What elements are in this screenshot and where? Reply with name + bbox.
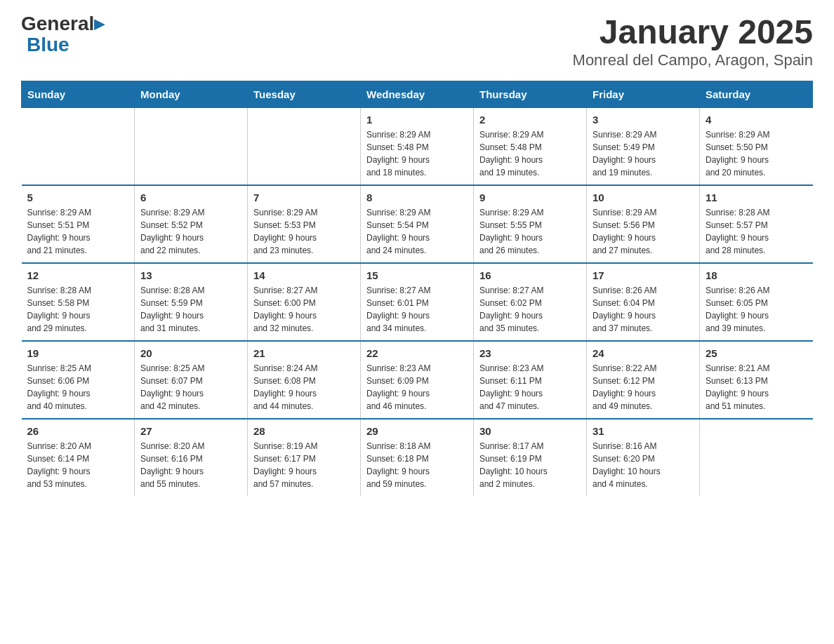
day-cell: 9Sunrise: 8:29 AM Sunset: 5:55 PM Daylig… [474,185,587,263]
day-cell: 29Sunrise: 8:18 AM Sunset: 6:18 PM Dayli… [361,419,474,496]
day-number: 17 [593,269,694,281]
day-info: Sunrise: 8:16 AM Sunset: 6:20 PM Dayligh… [593,440,694,490]
day-number: 30 [479,425,581,437]
day-info: Sunrise: 8:25 AM Sunset: 6:06 PM Dayligh… [27,362,129,412]
day-number: 26 [27,425,129,437]
day-number: 22 [366,347,468,359]
day-cell: 19Sunrise: 8:25 AM Sunset: 6:06 PM Dayli… [22,341,135,419]
day-number: 6 [140,192,241,203]
day-info: Sunrise: 8:29 AM Sunset: 5:54 PM Dayligh… [366,206,468,257]
day-number: 10 [593,192,694,203]
logo-general-text: General▸ [21,14,104,34]
day-info: Sunrise: 8:29 AM Sunset: 5:52 PM Dayligh… [140,206,241,257]
day-info: Sunrise: 8:26 AM Sunset: 6:04 PM Dayligh… [593,284,694,335]
header-cell-tuesday: Tuesday [248,81,361,107]
day-number: 21 [253,347,355,359]
day-cell [135,107,248,185]
day-cell: 14Sunrise: 8:27 AM Sunset: 6:00 PM Dayli… [248,263,361,341]
page-header: General▸ Blue January 2025 Monreal del C… [21,14,813,69]
day-number: 8 [366,192,468,203]
day-info: Sunrise: 8:28 AM Sunset: 5:57 PM Dayligh… [706,206,807,257]
day-cell: 23Sunrise: 8:23 AM Sunset: 6:11 PM Dayli… [474,341,587,419]
day-number: 9 [479,192,581,203]
day-info: Sunrise: 8:20 AM Sunset: 6:16 PM Dayligh… [140,440,241,490]
day-cell: 31Sunrise: 8:16 AM Sunset: 6:20 PM Dayli… [587,419,700,496]
day-cell: 25Sunrise: 8:21 AM Sunset: 6:13 PM Dayli… [700,341,813,419]
week-row-2: 5Sunrise: 8:29 AM Sunset: 5:51 PM Daylig… [22,185,813,263]
day-info: Sunrise: 8:17 AM Sunset: 6:19 PM Dayligh… [479,440,581,490]
day-number: 1 [366,114,468,126]
day-info: Sunrise: 8:20 AM Sunset: 6:14 PM Dayligh… [27,440,129,490]
day-number: 3 [593,114,694,126]
day-info: Sunrise: 8:25 AM Sunset: 6:07 PM Dayligh… [140,362,241,412]
day-info: Sunrise: 8:22 AM Sunset: 6:12 PM Dayligh… [593,362,694,412]
day-cell: 28Sunrise: 8:19 AM Sunset: 6:17 PM Dayli… [248,419,361,496]
header-cell-thursday: Thursday [474,81,587,107]
day-cell: 26Sunrise: 8:20 AM Sunset: 6:14 PM Dayli… [22,419,135,496]
day-number: 19 [27,347,129,359]
logo-general-triangle-inline: ▸ [94,13,104,34]
day-info: Sunrise: 8:29 AM Sunset: 5:48 PM Dayligh… [366,128,468,179]
day-cell: 18Sunrise: 8:26 AM Sunset: 6:05 PM Dayli… [700,263,813,341]
day-info: Sunrise: 8:21 AM Sunset: 6:13 PM Dayligh… [706,362,807,412]
week-row-4: 19Sunrise: 8:25 AM Sunset: 6:06 PM Dayli… [22,341,813,419]
day-info: Sunrise: 8:29 AM Sunset: 5:56 PM Dayligh… [593,206,694,257]
day-cell: 27Sunrise: 8:20 AM Sunset: 6:16 PM Dayli… [135,419,248,496]
day-number: 27 [140,425,241,437]
day-info: Sunrise: 8:28 AM Sunset: 5:59 PM Dayligh… [140,284,241,335]
day-cell: 8Sunrise: 8:29 AM Sunset: 5:54 PM Daylig… [361,185,474,263]
day-info: Sunrise: 8:23 AM Sunset: 6:09 PM Dayligh… [366,362,468,412]
day-info: Sunrise: 8:27 AM Sunset: 6:02 PM Dayligh… [479,284,581,335]
header-cell-friday: Friday [587,81,700,107]
day-number: 24 [593,347,694,359]
day-number: 5 [27,192,129,203]
header-cell-wednesday: Wednesday [361,81,474,107]
day-number: 23 [479,347,581,359]
day-cell [248,107,361,185]
day-number: 29 [366,425,468,437]
day-number: 25 [706,347,807,359]
day-number: 2 [479,114,581,126]
day-number: 20 [140,347,241,359]
day-cell [700,419,813,496]
day-info: Sunrise: 8:29 AM Sunset: 5:51 PM Dayligh… [27,206,129,257]
calendar-title: January 2025 [573,14,813,51]
title-block: January 2025 Monreal del Campo, Aragon, … [573,14,813,69]
day-info: Sunrise: 8:27 AM Sunset: 6:00 PM Dayligh… [253,284,355,335]
day-cell: 22Sunrise: 8:23 AM Sunset: 6:09 PM Dayli… [361,341,474,419]
day-number: 31 [593,425,694,437]
calendar-subtitle: Monreal del Campo, Aragon, Spain [573,51,813,69]
day-number: 16 [479,269,581,281]
day-cell: 3Sunrise: 8:29 AM Sunset: 5:49 PM Daylig… [587,107,700,185]
day-info: Sunrise: 8:23 AM Sunset: 6:11 PM Dayligh… [479,362,581,412]
calendar-table: SundayMondayTuesdayWednesdayThursdayFrid… [21,81,813,496]
day-cell: 4Sunrise: 8:29 AM Sunset: 5:50 PM Daylig… [700,107,813,185]
header-row: SundayMondayTuesdayWednesdayThursdayFrid… [22,81,813,107]
day-info: Sunrise: 8:29 AM Sunset: 5:55 PM Dayligh… [479,206,581,257]
day-cell: 21Sunrise: 8:24 AM Sunset: 6:08 PM Dayli… [248,341,361,419]
week-row-3: 12Sunrise: 8:28 AM Sunset: 5:58 PM Dayli… [22,263,813,341]
day-cell [22,107,135,185]
day-cell: 16Sunrise: 8:27 AM Sunset: 6:02 PM Dayli… [474,263,587,341]
day-info: Sunrise: 8:24 AM Sunset: 6:08 PM Dayligh… [253,362,355,412]
logo: General▸ Blue [21,14,104,55]
day-number: 14 [253,269,355,281]
header-cell-sunday: Sunday [22,81,135,107]
day-cell: 11Sunrise: 8:28 AM Sunset: 5:57 PM Dayli… [700,185,813,263]
day-number: 18 [706,269,807,281]
header-cell-saturday: Saturday [700,81,813,107]
day-info: Sunrise: 8:29 AM Sunset: 5:53 PM Dayligh… [253,206,355,257]
day-cell: 30Sunrise: 8:17 AM Sunset: 6:19 PM Dayli… [474,419,587,496]
week-row-5: 26Sunrise: 8:20 AM Sunset: 6:14 PM Dayli… [22,419,813,496]
day-cell: 1Sunrise: 8:29 AM Sunset: 5:48 PM Daylig… [361,107,474,185]
day-cell: 6Sunrise: 8:29 AM Sunset: 5:52 PM Daylig… [135,185,248,263]
day-info: Sunrise: 8:29 AM Sunset: 5:50 PM Dayligh… [706,128,807,179]
week-row-1: 1Sunrise: 8:29 AM Sunset: 5:48 PM Daylig… [22,107,813,185]
day-cell: 2Sunrise: 8:29 AM Sunset: 5:48 PM Daylig… [474,107,587,185]
day-number: 4 [706,114,807,126]
day-cell: 20Sunrise: 8:25 AM Sunset: 6:07 PM Dayli… [135,341,248,419]
day-info: Sunrise: 8:29 AM Sunset: 5:48 PM Dayligh… [479,128,581,179]
day-info: Sunrise: 8:19 AM Sunset: 6:17 PM Dayligh… [253,440,355,490]
day-cell: 5Sunrise: 8:29 AM Sunset: 5:51 PM Daylig… [22,185,135,263]
day-number: 7 [253,192,355,203]
